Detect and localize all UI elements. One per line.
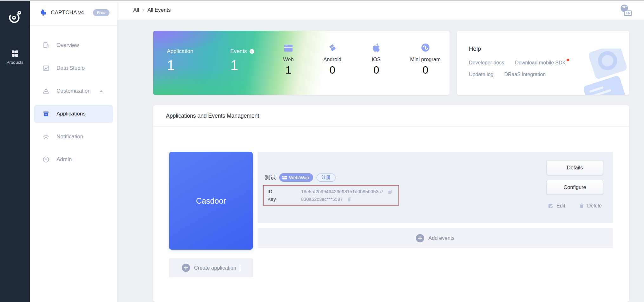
- notification-dot: [567, 59, 569, 61]
- sidebar-menu: Overview Data Studio Customization: [30, 26, 117, 168]
- events-stat-value: 1: [230, 58, 254, 72]
- rail-item-products[interactable]: Products: [6, 50, 23, 65]
- platform-label: Android: [322, 56, 343, 62]
- sidebar: CAPTCHA v4 Free Overview: [30, 0, 117, 302]
- events-stat-label: Events: [230, 48, 247, 55]
- platform-value: 0: [410, 64, 441, 76]
- plus-icon: [416, 234, 424, 242]
- events-stat: Events 1: [230, 48, 254, 72]
- platform-label: Mini program: [410, 56, 441, 62]
- platform-value: 1: [278, 64, 299, 76]
- delete-link[interactable]: Delete: [579, 203, 602, 209]
- platform-tag[interactable]: Web/Wap: [279, 173, 313, 182]
- mini-program-icon: [410, 42, 441, 52]
- breadcrumb-current: All Events: [148, 7, 171, 13]
- platform-stat-android: Android 0: [322, 42, 343, 76]
- event-name: 测试: [265, 174, 276, 181]
- breadcrumb-root[interactable]: All: [133, 7, 139, 13]
- stats-card: Application 1 Events: [153, 31, 450, 95]
- platform-stat-mini-program: Mini program 0: [410, 42, 441, 76]
- text-cursor: [240, 265, 240, 271]
- help-title: Help: [469, 45, 481, 52]
- add-events-label: Add events: [428, 235, 455, 241]
- link-draas-integration[interactable]: DRaaS integration: [504, 72, 546, 77]
- sidebar-item-applications[interactable]: Applications: [34, 105, 113, 123]
- products-grid-icon: [11, 50, 18, 57]
- web-tag-icon: [282, 175, 287, 180]
- products-label: Products: [6, 60, 23, 65]
- platform-value: 0: [366, 64, 386, 76]
- sidebar-item-label: Applications: [56, 111, 86, 117]
- admin-lock-icon: [42, 156, 50, 163]
- sidebar-item-data-studio[interactable]: Data Studio: [34, 59, 113, 77]
- event-type-tag[interactable]: 注册: [317, 174, 336, 182]
- management-title: Applications and Events Management: [153, 105, 629, 127]
- language-label: EN: [624, 10, 632, 16]
- configure-button[interactable]: Configure: [547, 180, 603, 195]
- breadcrumb: All › All Events: [133, 7, 171, 13]
- trash-icon: [579, 203, 585, 209]
- application-stat: Application 1: [167, 48, 193, 72]
- product-rail: Products: [0, 0, 30, 302]
- application-stat-value: 1: [167, 58, 193, 72]
- platform-value: 0: [322, 64, 343, 76]
- product-title: CAPTCHA v4: [51, 10, 84, 16]
- event-row: 测试 Web/Wap 注册: [258, 152, 613, 223]
- help-card: Help Developer docs Download mobile SDK …: [457, 31, 629, 95]
- edit-label: Edit: [556, 203, 565, 209]
- link-developer-docs[interactable]: Developer docs: [469, 60, 504, 66]
- sidebar-item-label: Admin: [56, 156, 72, 163]
- copy-key-icon[interactable]: [347, 197, 352, 202]
- platform-tag-label: Web/Wap: [289, 175, 309, 180]
- web-browser-icon: [278, 42, 299, 52]
- platform-stat-ios: iOS 0: [366, 42, 386, 76]
- credentials-box: ID 18e5af2b9946423e98151d0b850053c7 Key …: [263, 185, 399, 206]
- sidebar-item-notification[interactable]: Notification: [34, 128, 113, 146]
- create-application-button[interactable]: Create application: [169, 258, 253, 277]
- info-icon[interactable]: [249, 49, 254, 54]
- platform-label: iOS: [366, 56, 386, 62]
- captcha-product-icon: [38, 9, 47, 17]
- geetest-logo-icon[interactable]: [8, 10, 22, 24]
- sidebar-item-label: Customization: [56, 88, 91, 94]
- management-body: Casdoor 测试 Web/Wap: [153, 127, 629, 302]
- sidebar-item-label: Overview: [56, 42, 79, 49]
- sidebar-item-customization[interactable]: Customization: [34, 82, 113, 100]
- platform-stat-web: Web 1: [278, 42, 299, 76]
- collapse-caret-icon: [100, 90, 103, 92]
- app-root: Products CAPTCHA v4 Free: [0, 0, 644, 302]
- application-tile-casdoor[interactable]: Casdoor: [169, 152, 253, 250]
- breadcrumb-separator: ›: [142, 7, 144, 13]
- help-illustration: [570, 49, 629, 95]
- sidebar-header: CAPTCHA v4 Free: [30, 0, 117, 26]
- management-card: Applications and Events Management Casdo…: [153, 105, 629, 302]
- plus-icon: [182, 264, 190, 272]
- details-button[interactable]: Details: [547, 160, 603, 175]
- sidebar-item-overview[interactable]: Overview: [34, 36, 113, 54]
- sidebar-item-label: Data Studio: [56, 65, 85, 71]
- delete-label: Delete: [587, 203, 602, 209]
- id-value: 18e5af2b9946423e98151d0b850053c7: [301, 189, 384, 194]
- sidebar-item-admin[interactable]: Admin: [34, 151, 113, 168]
- platform-stats: Web 1: [278, 42, 441, 76]
- applications-icon: [42, 110, 50, 118]
- window-top-edge: [0, 0, 644, 1]
- application-stat-label: Application: [167, 48, 193, 55]
- edit-link[interactable]: Edit: [548, 203, 565, 209]
- edit-pencil-icon: [548, 203, 554, 209]
- language-switcher[interactable]: EN: [619, 3, 632, 16]
- data-studio-icon: [42, 64, 50, 72]
- add-events-button[interactable]: Add events: [258, 228, 613, 248]
- link-download-mobile-sdk[interactable]: Download mobile SDK: [515, 60, 566, 66]
- content: Application 1 Events: [117, 20, 644, 302]
- link-update-log[interactable]: Update log: [469, 72, 493, 77]
- topbar: All › All Events EN: [117, 0, 644, 20]
- overview-icon: [42, 42, 50, 49]
- plan-badge: Free: [93, 9, 109, 16]
- create-application-label: Create application: [194, 265, 236, 271]
- android-icon: [322, 42, 343, 52]
- copy-id-icon[interactable]: [387, 189, 393, 194]
- application-name: Casdoor: [196, 196, 226, 206]
- id-label: ID: [267, 189, 301, 194]
- key-label: Key: [267, 196, 301, 202]
